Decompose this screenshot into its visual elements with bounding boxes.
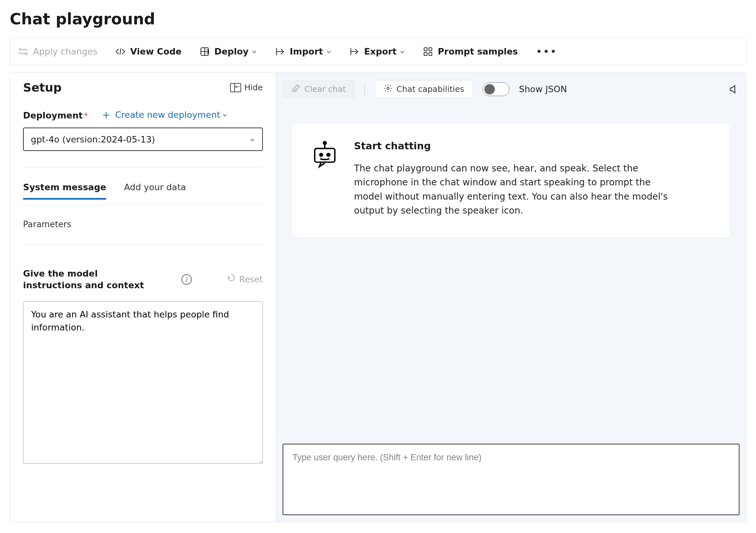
view-code-button[interactable]: View Code bbox=[115, 46, 181, 57]
card-title: Start chatting bbox=[354, 140, 678, 152]
clear-chat-label: Clear chat bbox=[304, 84, 346, 94]
instructions-heading: Give the model instructions and context bbox=[23, 268, 146, 292]
code-icon bbox=[115, 46, 125, 57]
setup-panel: Setup Hide Deployment* ＋ Create new depl… bbox=[10, 73, 276, 522]
divider bbox=[23, 245, 263, 245]
export-label: Export bbox=[364, 46, 396, 56]
card-body: The chat playground can now see, hear, a… bbox=[354, 161, 678, 218]
setup-tabs: System message Add your data bbox=[23, 182, 263, 200]
user-query-input[interactable] bbox=[292, 453, 730, 463]
command-bar: Apply changes View Code Deploy Import Ex… bbox=[10, 38, 746, 65]
grid-icon bbox=[423, 46, 433, 57]
setup-title: Setup bbox=[23, 81, 62, 94]
svg-point-7 bbox=[320, 154, 322, 156]
tab-add-your-data[interactable]: Add your data bbox=[124, 182, 186, 200]
start-chatting-card: Start chatting The chat playground can n… bbox=[292, 124, 730, 237]
svg-rect-4 bbox=[429, 52, 432, 55]
page-title: Chat playground bbox=[10, 10, 746, 28]
plus-icon: ＋ bbox=[100, 109, 112, 121]
chevron-down-icon bbox=[400, 46, 405, 56]
gear-icon bbox=[384, 84, 392, 95]
apply-changes-button: Apply changes bbox=[18, 46, 97, 57]
svg-point-10 bbox=[323, 142, 326, 144]
required-asterisk: * bbox=[84, 111, 88, 121]
user-query-box[interactable] bbox=[283, 444, 740, 515]
chat-capabilities-label: Chat capabilities bbox=[396, 84, 464, 94]
chevron-down-icon bbox=[326, 46, 331, 56]
svg-rect-1 bbox=[424, 48, 427, 51]
deploy-label: Deploy bbox=[214, 46, 249, 56]
chevron-down-icon bbox=[252, 46, 257, 56]
divider-vertical bbox=[364, 83, 365, 96]
create-new-deployment-label: Create new deployment bbox=[115, 110, 220, 120]
reset-button: Reset bbox=[227, 274, 263, 285]
prompt-samples-button[interactable]: Prompt samples bbox=[423, 46, 518, 57]
apply-changes-label: Apply changes bbox=[33, 46, 97, 56]
reset-label: Reset bbox=[239, 275, 263, 284]
panel-collapse-icon bbox=[230, 83, 241, 92]
deployment-select[interactable]: gpt-4o (version:2024-05-13) bbox=[23, 127, 263, 151]
deploy-button[interactable]: Deploy bbox=[200, 46, 257, 57]
system-message-textarea[interactable] bbox=[23, 301, 263, 463]
tab-system-message[interactable]: System message bbox=[23, 182, 106, 200]
divider bbox=[23, 167, 263, 167]
clear-chat-button: Clear chat bbox=[283, 80, 355, 98]
chevron-down-icon bbox=[250, 134, 255, 144]
prompt-samples-label: Prompt samples bbox=[438, 46, 518, 56]
sync-arrows-icon bbox=[18, 46, 29, 57]
deploy-icon bbox=[200, 46, 210, 57]
deployment-selected-value: gpt-4o (version:2024-05-13) bbox=[31, 134, 155, 144]
hide-panel-button[interactable]: Hide bbox=[230, 83, 263, 92]
svg-point-8 bbox=[327, 154, 330, 156]
workspace: Setup Hide Deployment* ＋ Create new depl… bbox=[10, 72, 746, 522]
divider bbox=[23, 205, 263, 205]
export-button[interactable]: Export bbox=[349, 46, 405, 57]
export-icon bbox=[349, 46, 360, 57]
chat-panel: Clear chat Chat capabilities Show JSON bbox=[276, 73, 746, 522]
robot-icon bbox=[310, 140, 339, 218]
chevron-down-icon bbox=[222, 110, 228, 120]
info-icon[interactable]: i bbox=[181, 274, 192, 285]
chat-capabilities-button[interactable]: Chat capabilities bbox=[375, 80, 473, 98]
show-json-toggle[interactable] bbox=[483, 82, 509, 96]
parameters-tab[interactable]: Parameters bbox=[23, 219, 263, 229]
svg-rect-3 bbox=[424, 52, 427, 55]
svg-point-5 bbox=[387, 87, 389, 89]
reset-icon bbox=[227, 274, 236, 285]
import-button[interactable]: Import bbox=[275, 46, 331, 57]
eraser-icon bbox=[291, 84, 300, 95]
show-json-label: Show JSON bbox=[519, 84, 567, 94]
speaker-icon[interactable] bbox=[728, 84, 740, 95]
create-new-deployment-link[interactable]: ＋ Create new deployment bbox=[100, 109, 228, 121]
hide-label: Hide bbox=[244, 83, 263, 92]
more-button[interactable]: ••• bbox=[536, 45, 557, 58]
view-code-label: View Code bbox=[130, 46, 181, 56]
deployment-label: Deployment bbox=[23, 110, 83, 121]
import-label: Import bbox=[290, 46, 323, 56]
svg-rect-2 bbox=[429, 48, 432, 51]
import-icon bbox=[275, 46, 285, 57]
